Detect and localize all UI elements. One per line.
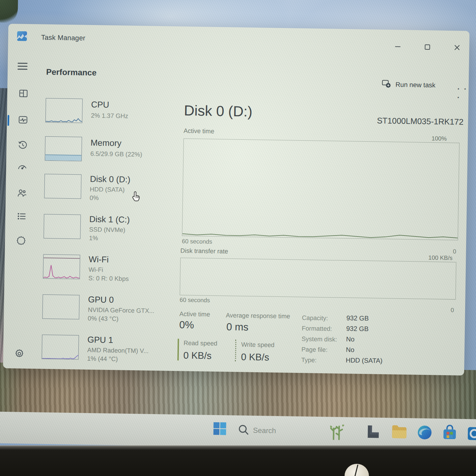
active-time-y-max: 100% bbox=[432, 135, 447, 142]
disk0-title[interactable]: Disk 0 (D:) bbox=[90, 174, 130, 185]
disk1-type: SSD (NVMe) bbox=[89, 226, 126, 234]
system-disk-label: System disk: bbox=[301, 335, 337, 343]
avg-response-stat-label: Average response time bbox=[226, 312, 290, 320]
settings-icon[interactable] bbox=[14, 349, 25, 359]
active-time-y-min: 0 bbox=[453, 248, 456, 255]
gpu0-title[interactable]: GPU 0 bbox=[88, 294, 114, 305]
l-shaped-app-icon[interactable] bbox=[364, 423, 382, 441]
cpu-title[interactable]: CPU bbox=[91, 99, 109, 110]
wifi-mini-chart[interactable] bbox=[43, 254, 80, 279]
memory-mini-chart[interactable] bbox=[45, 136, 82, 161]
type-value: HDD (SATA) bbox=[346, 356, 382, 365]
run-new-task-button[interactable]: Run new task bbox=[381, 79, 435, 91]
read-speed-legend-bar bbox=[177, 339, 179, 360]
capacity-value: 932 GB bbox=[346, 314, 369, 322]
edge-icon[interactable] bbox=[416, 424, 434, 442]
write-speed-legend-bar bbox=[235, 340, 236, 361]
page-title: Performance bbox=[46, 67, 97, 77]
sidebar-item-users[interactable] bbox=[17, 188, 27, 198]
maximize-button[interactable] bbox=[422, 42, 432, 52]
start-button[interactable] bbox=[212, 421, 230, 438]
transfer-rate-chart-label: Disk transfer rate bbox=[181, 247, 228, 255]
store-icon[interactable] bbox=[441, 425, 459, 442]
transfer-rate-y-max: 100 KB/s bbox=[428, 254, 452, 262]
gpu0-device: NVIDIA GeForce GTX... bbox=[88, 306, 154, 315]
cpu-mini-chart[interactable] bbox=[45, 98, 83, 123]
sidebar-selection-indicator bbox=[8, 115, 10, 126]
capacity-label: Capacity: bbox=[302, 314, 328, 322]
sidebar-item-app-history[interactable] bbox=[17, 140, 28, 151]
wifi-title[interactable]: Wi-Fi bbox=[89, 254, 109, 265]
active-time-chart bbox=[182, 138, 460, 240]
avg-response-stat-value: 0 ms bbox=[226, 321, 249, 333]
gpu0-mini-chart[interactable] bbox=[42, 294, 79, 320]
run-new-task-label: Run new task bbox=[396, 81, 436, 89]
detail-title: Disk 0 (D:) bbox=[184, 102, 253, 120]
disk1-mini-chart[interactable] bbox=[43, 214, 81, 239]
search-label[interactable]: Search bbox=[253, 426, 276, 435]
transfer-rate-chart bbox=[180, 258, 457, 299]
wifi-throughput: S: 0 R: 0 Kbps bbox=[88, 275, 129, 283]
task-manager-window: Task Manager Performance Run bbox=[3, 24, 469, 376]
disk0-usage: 0% bbox=[90, 194, 99, 202]
write-speed-value: 0 KB/s bbox=[241, 351, 269, 363]
monitor-bezel bbox=[0, 445, 476, 476]
gpu1-title[interactable]: GPU 1 bbox=[87, 335, 113, 345]
mouse-cursor-hand bbox=[131, 191, 142, 205]
cpu-stats: 2% 1.37 GHz bbox=[91, 112, 128, 120]
write-speed-label: Write speed bbox=[241, 341, 274, 349]
more-options-button[interactable]: . . . bbox=[457, 83, 469, 100]
read-speed-value: 0 KB/s bbox=[183, 350, 211, 361]
task-manager-app-icon bbox=[17, 31, 27, 41]
gpu1-mini-chart[interactable] bbox=[42, 335, 79, 360]
window-controls bbox=[393, 42, 462, 52]
active-time-stat-label: Active time bbox=[180, 310, 210, 318]
formatted-label: Formatted: bbox=[302, 325, 332, 332]
transfer-rate-x-label: 60 seconds bbox=[180, 296, 210, 304]
run-new-task-icon bbox=[381, 79, 391, 90]
type-label: Type: bbox=[301, 356, 317, 364]
memory-usage-fill bbox=[45, 154, 81, 161]
device-model: ST1000LM035-1RK172 bbox=[377, 116, 463, 127]
close-button[interactable] bbox=[452, 42, 462, 52]
active-time-chart-label: Active time bbox=[183, 127, 214, 135]
disk1-usage: 1% bbox=[89, 235, 98, 242]
outlook-icon[interactable] bbox=[467, 425, 476, 442]
gpu1-device: AMD Radeon(TM) V... bbox=[87, 347, 149, 355]
active-time-x-label: 60 seconds bbox=[182, 238, 212, 245]
window-title: Task Manager bbox=[41, 34, 86, 42]
sidebar-item-services[interactable] bbox=[16, 235, 27, 245]
transfer-rate-y-min: 0 bbox=[451, 307, 454, 314]
search-icon[interactable] bbox=[237, 423, 255, 441]
gpu1-usage: 1% (44 °C) bbox=[87, 355, 118, 363]
read-speed-label: Read speed bbox=[183, 339, 217, 347]
minimize-button[interactable] bbox=[393, 42, 403, 51]
sidebar-item-performance[interactable] bbox=[18, 115, 29, 125]
plant-app-icon[interactable] bbox=[328, 423, 346, 440]
memory-title[interactable]: Memory bbox=[91, 138, 122, 148]
system-disk-value: No bbox=[346, 335, 354, 343]
page-file-value: No bbox=[346, 346, 354, 353]
webcam-ball bbox=[345, 464, 369, 476]
sidebar-item-details[interactable] bbox=[16, 211, 27, 222]
memory-stats: 6.5/29.9 GB (22%) bbox=[90, 150, 142, 158]
disk0-type: HDD (SATA) bbox=[90, 186, 125, 194]
active-time-stat-value: 0% bbox=[179, 319, 194, 331]
formatted-value: 932 GB bbox=[346, 325, 369, 333]
sidebar-item-startup-apps[interactable] bbox=[17, 162, 28, 173]
disk0-mini-chart[interactable] bbox=[44, 174, 81, 199]
disk1-title[interactable]: Disk 1 (C:) bbox=[89, 214, 130, 225]
page-file-label: Page file: bbox=[301, 346, 328, 353]
monitor-screen: Task Manager Performance Run bbox=[0, 0, 476, 457]
sidebar-item-processes[interactable] bbox=[18, 88, 29, 99]
file-explorer-icon[interactable] bbox=[391, 424, 408, 441]
gpu0-usage: 0% (43 °C) bbox=[88, 315, 118, 322]
menu-hamburger-icon[interactable] bbox=[17, 63, 27, 71]
wifi-adapter: Wi-Fi bbox=[89, 266, 103, 274]
